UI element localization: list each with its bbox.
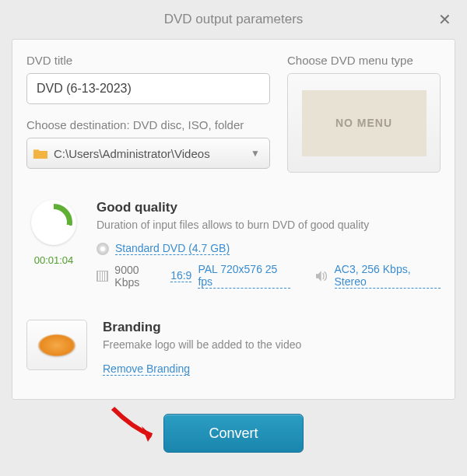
chevron-down-icon: ▼ [251,148,260,159]
duration-value: 00:01:04 [26,254,81,266]
remove-branding-link[interactable]: Remove Branding [103,362,190,376]
main-panel: DVD title Choose destination: DVD disc, … [12,39,455,400]
menu-type-selector[interactable]: NO MENU [287,73,441,173]
speaker-icon [316,271,328,282]
folder-icon [33,148,47,159]
disc-type-link[interactable]: Standard DVD (4.7 GB) [115,242,230,255]
convert-button[interactable]: Convert [163,414,304,453]
close-icon[interactable]: ✕ [438,10,451,29]
destination-value: C:\Users\Administrator\Videos [54,147,251,160]
dvd-title-input[interactable] [26,73,270,104]
dvd-title-label: DVD title [26,54,270,67]
destination-label: Choose destination: DVD disc, ISO, folde… [26,118,270,131]
menu-type-label: Choose DVD menu type [287,54,441,67]
audio-format-link[interactable]: AC3, 256 Kbps, Stereo [335,263,441,289]
quality-title: Good quality [97,200,441,215]
duration-gauge-icon [31,200,76,245]
branding-title: Branding [103,320,441,335]
freemake-logo-icon [37,334,76,357]
branding-thumbnail [26,320,87,370]
titlebar: DVD output parameters ✕ [0,0,467,39]
quality-subtitle: Duration of input files allows to burn D… [97,219,441,231]
dialog-title: DVD output parameters [164,12,304,27]
aspect-ratio-link[interactable]: 16:9 [170,269,191,282]
dvd-output-dialog: DVD output parameters ✕ DVD title Choose… [0,0,467,453]
destination-dropdown[interactable]: C:\Users\Administrator\Videos ▼ [26,138,270,169]
branding-section: Branding Freemake logo will be added to … [26,320,441,376]
video-format-link[interactable]: PAL 720x576 25 fps [198,263,290,289]
menu-preview-text: NO MENU [335,117,392,129]
film-icon [97,271,108,282]
menu-preview-thumb: NO MENU [302,90,427,156]
bitrate-value: 9000 Kbps [114,264,164,289]
disc-icon [97,243,109,255]
quality-section: 00:01:04 Good quality Duration of input … [26,200,441,296]
branding-subtitle: Freemake logo will be added to the video [103,338,441,351]
